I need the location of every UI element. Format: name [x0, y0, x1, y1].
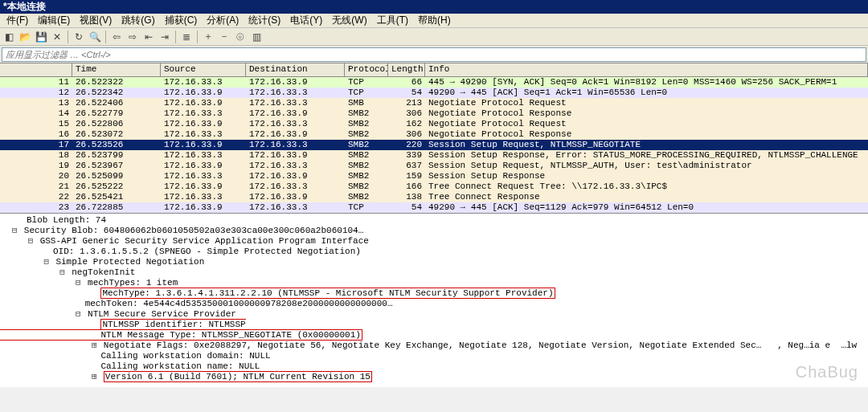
- display-filter-bar: [0, 46, 868, 63]
- expand-icon[interactable]: ⊟: [27, 236, 35, 247]
- separator: [68, 31, 68, 43]
- packet-row[interactable]: 2126.525222172.16.33.9172.16.33.3SMB2166…: [0, 182, 868, 192]
- autoscroll-icon[interactable]: ≣: [179, 30, 194, 44]
- packet-details[interactable]: Blob Length: 74 ⊟ Security Blob: 6048060…: [0, 213, 868, 387]
- menu-help[interactable]: 帮助(H): [413, 14, 456, 27]
- col-no[interactable]: [0, 63, 72, 76]
- go-back-icon[interactable]: ⇦: [109, 30, 124, 44]
- highlighted-field: MechType: 1.3.6.1.4.1.311.2.2.10 (NTLMSS…: [100, 288, 555, 299]
- packet-row[interactable]: 1626.523072172.16.33.3172.16.33.9SMB2306…: [0, 129, 868, 140]
- collapse-icon[interactable]: ⊞: [90, 341, 98, 351]
- go-last-icon[interactable]: ⇥: [158, 30, 172, 44]
- highlighted-field: Version 6.1 (Build 7601); NTLM Current R…: [104, 371, 372, 382]
- file-icon[interactable]: ◧: [2, 30, 16, 44]
- packet-row[interactable]: 1526.522806172.16.33.9172.16.33.3SMB2162…: [0, 119, 868, 129]
- separator: [175, 31, 176, 43]
- highlighted-field: NTLMSSP identifier: NTLMSSP NTLM Message…: [0, 319, 362, 341]
- menu-view[interactable]: 视图(V): [75, 14, 117, 27]
- packet-list[interactable]: Time Source Destination Protocol Length …: [0, 63, 868, 213]
- packet-row[interactable]: 1326.522406172.16.33.9172.16.33.3SMB213N…: [0, 98, 868, 108]
- tree-line[interactable]: mechToken: 4e544c4d535350001000000978208…: [0, 299, 868, 309]
- tree-line[interactable]: ⊟ Security Blob: 604806062b0601050502a03…: [0, 226, 868, 236]
- go-fwd-icon[interactable]: ⇨: [125, 30, 140, 44]
- save-icon[interactable]: 💾: [34, 30, 48, 44]
- col-proto[interactable]: Protocol: [345, 63, 388, 76]
- packet-row[interactable]: 1826.523799172.16.33.3172.16.33.9SMB2339…: [0, 150, 868, 161]
- separator: [105, 31, 106, 43]
- menu-go[interactable]: 跳转(G): [117, 14, 159, 27]
- find-icon[interactable]: 🔍: [88, 30, 102, 44]
- reload-icon[interactable]: ↻: [72, 30, 86, 44]
- tree-line[interactable]: ⊞ Negotiate Flags: 0xe2088297, Negotiate…: [0, 341, 868, 351]
- menu-edit[interactable]: 编辑(E): [33, 14, 75, 27]
- tree-line[interactable]: Calling workstation domain: NULL: [0, 351, 868, 361]
- tree-line[interactable]: ⊟ GSS-API Generic Security Service Appli…: [0, 236, 868, 247]
- menu-tools[interactable]: 工具(T): [372, 14, 413, 27]
- zoom-out-icon[interactable]: －: [217, 30, 231, 44]
- expand-icon[interactable]: ⊟: [43, 257, 51, 267]
- tree-line[interactable]: Blob Length: 74: [0, 215, 868, 226]
- col-len[interactable]: Length: [388, 63, 425, 76]
- menu-telephony[interactable]: 电话(Y): [285, 14, 327, 27]
- tree-line[interactable]: OID: 1.3.6.1.5.5.2 (SPNEGO - Simple Prot…: [0, 247, 868, 257]
- collapse-icon[interactable]: ⊞: [90, 372, 98, 382]
- zoom-reset-icon[interactable]: ⦾: [233, 30, 248, 44]
- packet-row[interactable]: 2226.525421172.16.33.3172.16.33.9SMB2138…: [0, 192, 868, 202]
- expand-icon[interactable]: ⊟: [59, 267, 67, 278]
- separator: [197, 31, 198, 43]
- resize-cols-icon[interactable]: ▥: [249, 30, 264, 44]
- menu-stats[interactable]: 统计(S): [244, 14, 285, 27]
- tree-line[interactable]: NTLMSSP identifier: NTLMSSP NTLM Message…: [0, 320, 868, 341]
- display-filter-input[interactable]: [2, 47, 866, 62]
- packet-row[interactable]: 1426.522779172.16.33.3172.16.33.9SMB2306…: [0, 108, 868, 119]
- packet-row[interactable]: 1226.522342172.16.33.9172.16.33.3TCP5449…: [0, 88, 868, 98]
- tree-line[interactable]: ⊞ Version 6.1 (Build 7601); NTLM Current…: [0, 372, 868, 382]
- close-icon[interactable]: ✕: [50, 30, 64, 44]
- window-titlebar: *本地连接: [0, 0, 868, 14]
- packet-row[interactable]: 1126.522322172.16.33.3172.16.33.9TCP6644…: [0, 77, 868, 88]
- zoom-in-icon[interactable]: ＋: [201, 30, 215, 44]
- expand-icon[interactable]: ⊟: [10, 226, 18, 236]
- packet-list-header: Time Source Destination Protocol Length …: [0, 63, 868, 77]
- menu-capture[interactable]: 捕获(C): [160, 14, 203, 27]
- toolbar: ◧ 📂 💾 ✕ ↻ 🔍 ⇦ ⇨ ⇤ ⇥ ≣ ＋ － ⦾ ▥: [0, 28, 868, 46]
- folder-open-icon[interactable]: 📂: [18, 30, 32, 44]
- col-dst[interactable]: Destination: [246, 63, 345, 76]
- go-first-icon[interactable]: ⇤: [141, 30, 156, 44]
- packet-row[interactable]: 1726.523526172.16.33.9172.16.33.3SMB2220…: [0, 140, 868, 150]
- packet-row[interactable]: 2326.722885172.16.33.9172.16.33.3TCP5449…: [0, 202, 868, 213]
- menubar: 件(F) 编辑(E) 视图(V) 跳转(G) 捕获(C) 分析(A) 统计(S)…: [0, 14, 868, 28]
- col-src[interactable]: Source: [161, 63, 246, 76]
- menu-wireless[interactable]: 无线(W): [327, 14, 371, 27]
- col-info[interactable]: Info: [425, 63, 868, 76]
- tree-line[interactable]: ⊟ Simple Protected Negotiation: [0, 257, 868, 267]
- packet-row[interactable]: 1926.523967172.16.33.9172.16.33.3SMB2637…: [0, 161, 868, 171]
- window-title: *本地连接: [3, 1, 46, 12]
- expand-icon[interactable]: ⊟: [74, 309, 82, 320]
- tree-line[interactable]: MechType: 1.3.6.1.4.1.311.2.2.10 (NTLMSS…: [0, 288, 868, 299]
- expand-icon[interactable]: ⊟: [74, 278, 82, 288]
- menu-file[interactable]: 件(F): [2, 14, 33, 27]
- tree-line[interactable]: ⊟ negTokenInit: [0, 267, 868, 278]
- packet-row[interactable]: 2026.525099172.16.33.3172.16.33.9SMB2159…: [0, 171, 868, 182]
- col-time[interactable]: Time: [72, 63, 161, 76]
- menu-analyze[interactable]: 分析(A): [202, 14, 244, 27]
